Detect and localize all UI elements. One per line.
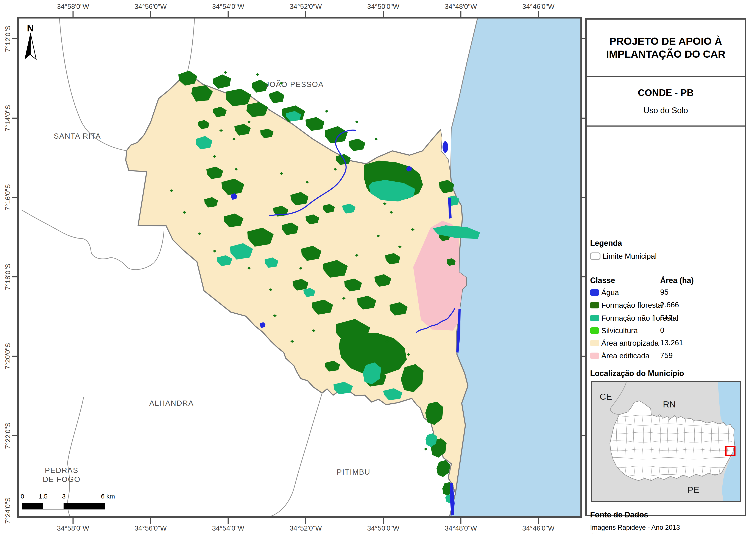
label-alhandra: ALHANDRA <box>149 399 194 407</box>
formacao-nao-florestal-swatch <box>590 315 599 321</box>
axis-tick <box>305 11 306 17</box>
axis-tick <box>538 11 539 17</box>
label-pedras-de-fogo-2: DE FOGO <box>43 475 80 483</box>
legend-row-antropizada: Área antropizada <box>590 339 659 347</box>
legend-col-classe: Classe <box>590 276 615 285</box>
axis-label-bottom: 34°52'0"W <box>289 524 322 532</box>
area-edificada-area: 759 <box>660 351 673 360</box>
area-antropizada-swatch <box>590 340 599 346</box>
agua-area: 95 <box>660 288 668 296</box>
municipality-name: CONDE - PB <box>638 88 693 98</box>
inset-label-ce: CE <box>600 392 612 402</box>
limite-municipal-swatch <box>590 252 601 260</box>
north-arrow-label: N <box>27 23 34 33</box>
area-antropizada-area: 13.261 <box>660 338 683 347</box>
scale-0: 0 <box>21 493 24 500</box>
map-viewport: JOÃO PESSOA SANTA RITA ALHANDRA PITIMBU … <box>17 17 582 518</box>
axis-label-left: 7°16'0"S <box>4 184 12 211</box>
scale-6km: 6 km <box>101 493 115 500</box>
source-heading: Fonte de Dados <box>590 510 648 520</box>
axis-label-left: 7°18'0"S <box>4 264 12 290</box>
axis-tick <box>228 11 229 17</box>
axis-tick <box>12 197 17 198</box>
axis-tick <box>383 11 384 17</box>
source-line: Imagens Rapideye - Ano 2013 <box>590 522 728 532</box>
source-line: Áreas edificadas - Base Cartográfica Con… <box>590 532 728 534</box>
silvicultura-label: Silvicultura <box>601 326 638 335</box>
inset-label-pe: PE <box>688 485 699 495</box>
silvicultura-area: 0 <box>660 326 664 335</box>
land-use-map: JOÃO PESSOA SANTA RITA ALHANDRA PITIMBU … <box>19 18 580 516</box>
formacao-nao-florestal-area: 517 <box>660 313 673 322</box>
axis-label-top: 34°56'0"W <box>134 3 167 11</box>
axis-tick <box>538 518 539 524</box>
project-title-line2: IMPLANTAÇÃO DO CAR <box>606 48 725 60</box>
map-subtitle-block: CONDE - PB Uso do Solo <box>587 77 745 127</box>
axis-tick <box>460 11 462 17</box>
axis-tick <box>12 356 17 357</box>
legend-limite-row: Limite Municipal <box>590 252 657 261</box>
ocean <box>450 18 580 516</box>
axis-label-left: 7°14'0"S <box>4 105 12 132</box>
legend-col-area: Área (ha) <box>660 276 694 285</box>
area-edificada-swatch <box>590 353 599 359</box>
axis-tick <box>383 518 384 524</box>
formacao-florestal-area: 2.666 <box>660 300 679 309</box>
axis-label-left: 7°20'0"S <box>4 343 12 369</box>
location-heading: Localização do Município <box>590 369 684 378</box>
scale-3: 3 <box>62 493 66 500</box>
locator-inset-map: CE RN PE <box>591 381 741 502</box>
area-antropizada-label: Área antropizada <box>601 339 659 347</box>
axis-label-top: 34°52'0"W <box>289 3 322 11</box>
legend-row-florestal: Formação florestal <box>590 301 664 310</box>
north-arrow: N <box>25 23 36 60</box>
axis-label-left: 7°24'0"S <box>4 497 12 524</box>
axis-label-bottom: 34°56'0"W <box>134 524 167 532</box>
scale-1-5: 1,5 <box>39 493 48 500</box>
axis-label-left: 7°22'0"S <box>4 422 12 449</box>
axis-tick <box>305 518 306 524</box>
axis-label-top: 34°46'0"W <box>522 3 554 11</box>
axis-label-top: 34°58'0"W <box>57 3 89 11</box>
axis-label-bottom: 34°54'0"W <box>212 524 244 532</box>
axis-label-bottom: 34°48'0"W <box>445 524 477 532</box>
label-pedras-de-fogo-1: PEDRAS <box>45 466 78 474</box>
axis-tick <box>150 11 151 17</box>
axis-tick <box>12 276 17 277</box>
axis-label-bottom: 34°50'0"W <box>367 524 399 532</box>
axis-label-bottom: 34°46'0"W <box>522 524 554 532</box>
inset-label-rn: RN <box>663 399 676 409</box>
layout-panel: PROJETO DE APOIO À IMPLANTAÇÃO DO CAR CO… <box>585 18 746 516</box>
axis-label-top: 34°50'0"W <box>367 3 399 11</box>
agua-label: Água <box>601 288 619 297</box>
axis-tick <box>73 518 74 524</box>
project-title-line1: PROJETO DE APOIO À <box>609 36 722 47</box>
area-edificada-label: Área edificada <box>601 351 650 360</box>
axis-tick <box>460 518 462 524</box>
axis-label-bottom: 34°58'0"W <box>57 524 89 532</box>
formacao-florestal-swatch <box>590 302 599 308</box>
agua-swatch <box>590 289 599 296</box>
legend-heading: Legenda <box>590 239 622 248</box>
legend-row-agua: Água <box>590 288 619 297</box>
axis-tick <box>12 38 17 39</box>
silvicultura-swatch <box>590 327 599 334</box>
legend-row-silvicultura: Silvicultura <box>590 326 638 335</box>
map-theme: Uso do Solo <box>643 106 688 115</box>
axis-tick <box>12 118 17 119</box>
axis-label-top: 34°48'0"W <box>445 3 477 11</box>
axis-tick <box>73 11 74 17</box>
axis-label-left: 7°12'0"S <box>4 26 12 52</box>
axis-label-top: 34°54'0"W <box>212 3 244 11</box>
axis-tick <box>228 518 229 524</box>
formacao-florestal-label: Formação florestal <box>601 301 664 310</box>
label-joao-pessoa: JOÃO PESSOA <box>265 80 324 89</box>
axis-tick <box>150 518 151 524</box>
lagoon <box>443 141 448 153</box>
axis-tick <box>12 435 17 436</box>
legend-row-edificada: Área edificada <box>590 351 650 360</box>
label-pitimbu: PITIMBU <box>337 468 370 476</box>
limite-municipal-label: Limite Municipal <box>603 252 657 261</box>
project-title: PROJETO DE APOIO À IMPLANTAÇÃO DO CAR <box>587 20 745 77</box>
label-santa-rita: SANTA RITA <box>54 132 101 140</box>
